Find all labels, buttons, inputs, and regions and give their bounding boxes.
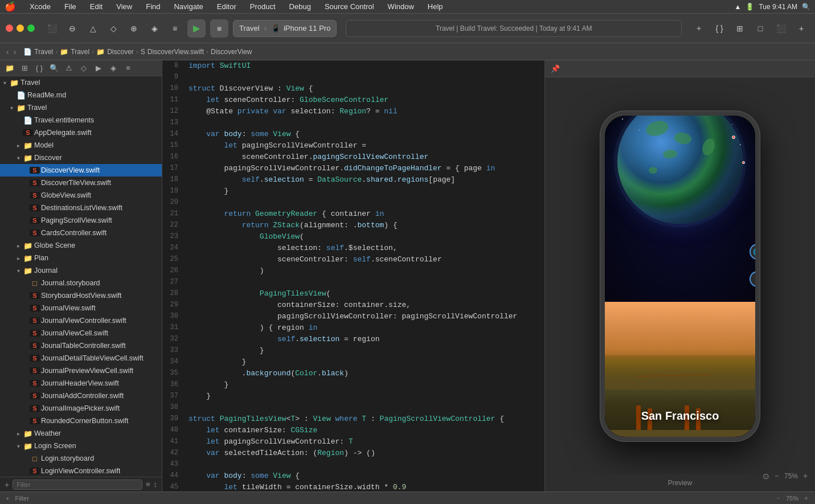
filter-input[interactable] xyxy=(13,480,142,490)
sidebar-item-journaladdcontroller-swift[interactable]: SJournalAddController.swift xyxy=(0,390,162,402)
sidebar-item-travel-entitlements[interactable]: 📄Travel.entitlements xyxy=(0,114,162,126)
menu-xcode[interactable]: Xcode xyxy=(27,2,53,11)
sidebar-item-journaldetailtableviewcell-swift[interactable]: SJournalDetailTableViewCell.swift xyxy=(0,352,162,364)
sidebar-item-globeview-swift[interactable]: SGlobeView.swift xyxy=(0,189,162,202)
line-content[interactable]: let pagingScrollViewController = xyxy=(184,140,544,151)
line-content[interactable]: GlobeView( xyxy=(184,231,544,243)
menu-source-control[interactable]: Source Control xyxy=(322,2,376,11)
sidebar-item-travel[interactable]: ▾📁Travel xyxy=(0,76,162,89)
preview-pin-icon[interactable]: 📌 xyxy=(551,64,560,73)
menu-editor[interactable]: Editor xyxy=(215,2,239,11)
scheme-selector[interactable]: Travel › 📱 iPhone 11 Pro xyxy=(233,20,337,37)
menu-edit[interactable]: Edit xyxy=(88,2,105,11)
sidebar-item-journalimagepicker-swift[interactable]: SJournalImagePicker.swift xyxy=(0,402,162,415)
test-navigator-btn[interactable]: ◇ xyxy=(77,62,90,75)
env-button[interactable]: ≡ xyxy=(167,21,183,36)
sidebar-item-journal-storyboard[interactable]: □Journal.storyboard xyxy=(0,277,162,289)
filter-sort-icon[interactable]: ↕ xyxy=(154,480,158,489)
sidebar-item-model[interactable]: ▸📁Model xyxy=(0,139,162,151)
sidebar-item-roundedcornerbutton-swift[interactable]: SRoundedCornerButton.swift xyxy=(0,415,162,427)
sidebar-item-discovertileview-swift[interactable]: SDiscoverTileView.swift xyxy=(0,177,162,189)
breakpoints-button[interactable]: ⊖ xyxy=(64,21,80,36)
editor-mode-code[interactable]: { } xyxy=(711,21,727,36)
editor-mode-canvas[interactable]: □ xyxy=(752,21,768,36)
line-content[interactable]: var body: some View { xyxy=(184,129,544,140)
line-content[interactable]: } xyxy=(184,345,544,357)
sidebar-item-travel[interactable]: ▾📁Travel xyxy=(0,101,162,114)
zoom-in-icon[interactable]: ＋ xyxy=(803,494,809,502)
sidebar-item-readme-md[interactable]: 📄ReadMe.md xyxy=(0,89,162,101)
map-button[interactable]: ○ xyxy=(750,271,760,287)
sidebar-item-journalview-swift[interactable]: SJournalView.swift xyxy=(0,302,162,314)
sidebar-item-destinationslistview-swift[interactable]: SDestinationsListView.swift xyxy=(0,202,162,214)
line-content[interactable]: } xyxy=(184,357,544,368)
apple-menu[interactable]: 🍎 xyxy=(5,1,16,12)
menu-debug[interactable]: Debug xyxy=(287,2,313,11)
report-navigator-btn[interactable]: ≡ xyxy=(122,62,134,75)
line-content[interactable]: let containerSize: CGSize xyxy=(184,425,544,436)
line-content[interactable]: pagingScrollViewController: pagingScroll… xyxy=(184,311,544,322)
zoom-out-icon[interactable]: － xyxy=(775,494,781,502)
zoom-out-btn[interactable]: － xyxy=(773,471,781,481)
folder-view-btn[interactable]: 📁 xyxy=(3,62,16,75)
sidebar-item-pagingscrollview-swift[interactable]: SPagingScrollView.swift xyxy=(0,214,162,227)
memory-button[interactable]: ◈ xyxy=(146,21,162,36)
line-content[interactable]: self.selection = region xyxy=(184,334,544,345)
globe-button[interactable]: 🌐 xyxy=(750,244,760,260)
line-content[interactable]: let pagingScrollViewController: T xyxy=(184,436,544,448)
sidebar-item-discover[interactable]: ▾📁Discover xyxy=(0,151,162,164)
breadcrumb-discoverview-file[interactable]: S DiscoverView.swift xyxy=(141,48,204,56)
inspector-toggle[interactable]: ⬛ xyxy=(773,21,789,36)
line-content[interactable]: let sceneController: GlobeSceneControlle… xyxy=(184,95,544,106)
line-content[interactable]: } xyxy=(184,379,544,391)
line-content[interactable]: return ZStack(alignment: .bottom) { xyxy=(184,220,544,231)
stop-button[interactable]: ■ xyxy=(210,19,228,38)
line-content[interactable]: } xyxy=(184,391,544,402)
line-content[interactable]: struct PagingTilesView<T> : View where T… xyxy=(184,413,544,425)
profile-button[interactable]: ⊕ xyxy=(126,21,142,36)
line-content[interactable]: @State private var selection: Region? = … xyxy=(184,106,544,117)
line-content[interactable]: selection: self.$selection, xyxy=(184,243,544,254)
menu-find[interactable]: Find xyxy=(144,2,162,11)
line-content[interactable]: let tileWidth = containerSize.width * 0.… xyxy=(184,482,544,491)
menu-file[interactable]: File xyxy=(62,2,79,11)
zoom-fit-icon[interactable]: ⊙ xyxy=(763,472,769,481)
nav-back[interactable]: ‹ xyxy=(5,47,11,56)
filter-options-icon[interactable]: ≡ xyxy=(146,480,150,489)
line-content[interactable]: .background(Color.black) xyxy=(184,368,544,379)
issues-button[interactable]: △ xyxy=(85,21,101,36)
breadcrumb-travel-folder[interactable]: 📁 Travel xyxy=(60,48,89,56)
editor-mode-split[interactable]: ⊞ xyxy=(732,21,748,36)
sidebar-item-journal[interactable]: ▾📁Journal xyxy=(0,264,162,277)
line-content[interactable]: sceneController.pagingScrollViewControll… xyxy=(184,151,544,163)
sidebar-item-discoverview-swift[interactable]: SDiscoverView.swift xyxy=(0,164,162,177)
run-button[interactable]: ▶ xyxy=(187,19,206,38)
sidebar-item-journalviewcontroller-swift[interactable]: SJournalViewController.swift xyxy=(0,314,162,327)
sidebar-item-storyboardhostview-swift[interactable]: SStoryboardHostView.swift xyxy=(0,289,162,302)
line-content[interactable]: containerSize: container.size, xyxy=(184,300,544,311)
sidebar-item-cardscontroller-swift[interactable]: SCardsController.swift xyxy=(0,227,162,239)
breadcrumb-discoverview-struct[interactable]: DiscoverView xyxy=(211,48,252,56)
add-file-icon[interactable]: + xyxy=(5,480,9,489)
breadcrumb-discover[interactable]: 📁 Discover xyxy=(96,48,134,56)
sidebar-item-appdelegate-swift[interactable]: SAppDelegate.swift xyxy=(0,126,162,139)
menu-view[interactable]: View xyxy=(114,2,134,11)
add-file-btn[interactable]: + xyxy=(6,495,9,502)
line-content[interactable]: sceneController: self.sceneController xyxy=(184,254,544,265)
close-button[interactable] xyxy=(6,24,13,32)
line-content[interactable]: self.selection = DataSource.shared.regio… xyxy=(184,174,544,186)
sidebar-item-journalheaderview-swift[interactable]: SJournalHeaderView.swift xyxy=(0,377,162,390)
nav-forward[interactable]: › xyxy=(12,47,18,56)
library-button[interactable]: + xyxy=(793,21,809,36)
sidebar-item-plan[interactable]: ▸📁Plan xyxy=(0,252,162,264)
line-content[interactable]: struct DiscoverView : View { xyxy=(184,83,544,95)
sidebar-item-login-storyboard[interactable]: □Login.storyboard xyxy=(0,452,162,465)
source-control-btn[interactable]: ⊞ xyxy=(18,62,31,75)
sidebar-item-journalviewcell-swift[interactable]: SJournalViewCell.swift xyxy=(0,327,162,339)
sidebar-item-jounaltablecontroller-swift[interactable]: SJounalTableController.swift xyxy=(0,339,162,352)
debug-navigator-btn[interactable]: ▶ xyxy=(92,62,105,75)
line-content[interactable]: } xyxy=(184,186,544,197)
issue-navigator-btn[interactable]: ⚠ xyxy=(63,62,75,75)
line-content[interactable]: var selectedTileAction: (Region) -> () xyxy=(184,448,544,459)
line-content[interactable]: PagingTilesView( xyxy=(184,288,544,300)
